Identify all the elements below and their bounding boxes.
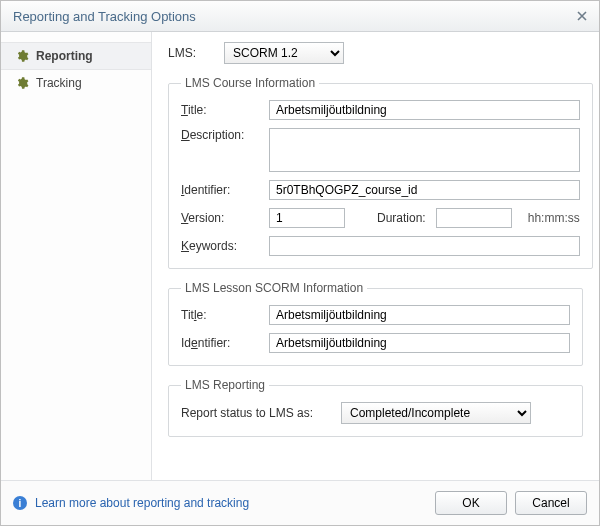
- learn-more-link[interactable]: i Learn more about reporting and trackin…: [13, 496, 249, 510]
- ok-button[interactable]: OK: [435, 491, 507, 515]
- course-duration-label: Duration:: [377, 211, 426, 225]
- window-title: Reporting and Tracking Options: [13, 9, 196, 24]
- info-icon: i: [13, 496, 27, 510]
- course-keywords-label: Keywords:: [181, 239, 259, 253]
- lesson-title-input[interactable]: [269, 305, 570, 325]
- course-title-input[interactable]: [269, 100, 580, 120]
- lms-row: LMS: SCORM 1.2: [168, 42, 583, 64]
- close-icon[interactable]: [573, 7, 591, 25]
- report-status-label: Report status to LMS as:: [181, 406, 331, 420]
- group-legend: LMS Course Information: [181, 76, 319, 90]
- group-legend: LMS Lesson SCORM Information: [181, 281, 367, 295]
- group-reporting: LMS Reporting Report status to LMS as: C…: [168, 378, 583, 437]
- course-keywords-input[interactable]: [269, 236, 580, 256]
- titlebar: Reporting and Tracking Options: [1, 1, 599, 32]
- course-title-label: Title:: [181, 103, 259, 117]
- course-desc-input[interactable]: [269, 128, 580, 172]
- sidebar-item-label: Tracking: [36, 76, 82, 90]
- content-pane: LMS: SCORM 1.2 LMS Course Information Ti…: [152, 32, 599, 480]
- sidebar-item-label: Reporting: [36, 49, 93, 63]
- footer: i Learn more about reporting and trackin…: [1, 480, 599, 525]
- learn-more-label: Learn more about reporting and tracking: [35, 496, 249, 510]
- lesson-id-label: Identifier:: [181, 336, 259, 350]
- footer-buttons: OK Cancel: [435, 491, 587, 515]
- course-version-input[interactable]: [269, 208, 345, 228]
- lesson-title-label: Title:: [181, 308, 259, 322]
- course-id-input[interactable]: [269, 180, 580, 200]
- duration-hint: hh:mm:ss: [528, 211, 580, 225]
- lesson-id-input[interactable]: [269, 333, 570, 353]
- sidebar: Reporting Tracking: [1, 32, 152, 480]
- sidebar-item-reporting[interactable]: Reporting: [1, 42, 151, 70]
- course-id-label: Identifier:: [181, 183, 259, 197]
- lms-label: LMS:: [168, 46, 216, 60]
- lms-select[interactable]: SCORM 1.2: [224, 42, 344, 64]
- course-duration-input[interactable]: [436, 208, 512, 228]
- gear-icon: [15, 76, 29, 90]
- course-version-label: Version:: [181, 211, 259, 225]
- cancel-button[interactable]: Cancel: [515, 491, 587, 515]
- course-desc-label: Description:: [181, 128, 259, 142]
- group-legend: LMS Reporting: [181, 378, 269, 392]
- group-course-info: LMS Course Information Title: Descriptio…: [168, 76, 593, 269]
- sidebar-item-tracking[interactable]: Tracking: [1, 70, 151, 96]
- gear-icon: [15, 49, 29, 63]
- group-lesson-info: LMS Lesson SCORM Information Title: Iden…: [168, 281, 583, 366]
- report-status-select[interactable]: Completed/Incomplete: [341, 402, 531, 424]
- dialog-window: Reporting and Tracking Options Reporting…: [0, 0, 600, 526]
- dialog-body: Reporting Tracking LMS: SCORM 1.2 LMS Co…: [1, 32, 599, 480]
